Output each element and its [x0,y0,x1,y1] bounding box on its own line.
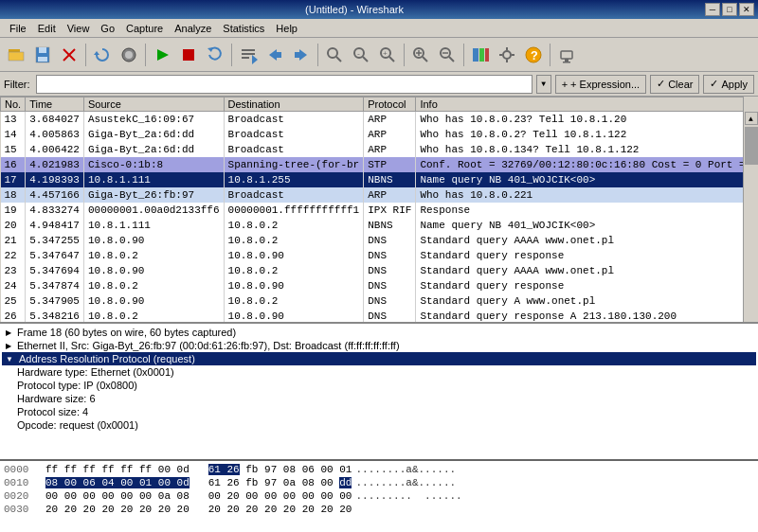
menu-go[interactable]: Go [95,21,120,36]
col-header-no[interactable]: No. [1,98,26,112]
detail-proto-size-row[interactable]: Protocol size: 4 [2,405,756,418]
cell-4: ARP [364,112,416,128]
col-header-time[interactable]: Time [26,98,84,112]
cell-2: 00000001.00a0d2133ff6 [83,203,224,218]
col-header-destination[interactable]: Destination [224,98,364,112]
open-icon[interactable] [4,43,28,67]
svg-point-21 [328,48,337,58]
detail-proto-type-row[interactable]: Protocol type: IP (0x0800) [2,379,756,392]
hex-offset-0000: 0000 [4,463,42,476]
table-row[interactable]: 204.94841710.8.1.11110.8.0.2NBNSName que… [1,218,744,233]
col-header-info[interactable]: Info [416,98,743,112]
preferences-icon[interactable] [495,43,519,67]
ethernet-label: Ethernet II, Src: Giga-Byt_26:fb:97 (00:… [17,340,400,351]
detail-hw-type-row[interactable]: Hardware type: Ethernet (0x0001) [2,365,756,379]
forward-icon[interactable] [289,43,314,67]
detail-hw-size-row[interactable]: Hardware size: 6 [2,392,756,405]
table-row[interactable]: 215.34725510.8.0.9010.8.0.2DNSStandard q… [1,233,744,248]
table-row[interactable]: 184.457166Giga-Byt_26:fb:97BroadcastARPW… [1,187,744,203]
frame-label: Frame 18 (60 bytes on wire, 60 bytes cap… [17,327,236,338]
menu-capture[interactable]: Capture [120,21,169,36]
svg-line-30 [423,57,427,62]
cell-5: Standard query response [416,278,743,293]
cell-3: Broadcast [224,187,364,203]
svg-line-34 [449,57,454,62]
menu-help[interactable]: Help [270,21,303,36]
scrollbar-thumb[interactable] [745,127,758,165]
cell-3: 10.8.0.2 [224,293,364,309]
proto-size-label: Protocol size: 4 [17,406,88,417]
minimize-button[interactable]: ─ [705,3,720,16]
svg-rect-0 [9,49,20,52]
title-bar-buttons: ─ □ ✕ [705,3,754,16]
menu-file[interactable]: File [4,21,32,36]
cell-1: 4.021983 [26,157,84,172]
toolbar-separator-4 [317,44,318,66]
restart-capture-icon[interactable] [203,43,227,67]
cell-2: Giga-Byt_26:fb:97 [83,187,224,203]
cell-4: IPX RIF [364,203,416,218]
table-row[interactable]: 154.006422Giga-Byt_2a:6d:ddBroadcastARPW… [1,142,744,157]
apply-button[interactable]: ✓ Apply [703,75,754,94]
detail-opcode-row[interactable]: Opcode: request (0x0001) [2,418,756,432]
menu-view[interactable]: View [62,21,96,36]
stop-capture-icon[interactable] [176,43,201,67]
menu-edit[interactable]: Edit [32,21,62,36]
svg-rect-4 [38,57,47,62]
cell-1: 4.948417 [26,218,84,233]
cell-0: 18 [1,187,26,203]
cell-3: 10.8.0.2 [224,218,364,233]
svg-point-39 [503,51,511,59]
cell-5: Who has 10.8.0.2? Tell 10.8.1.122 [416,127,743,142]
cell-5: Who has 10.8.0.23? Tell 10.8.1.20 [416,112,743,128]
cell-1: 4.833274 [26,203,84,218]
table-row[interactable]: 265.34821610.8.0.210.8.0.90DNSStandard q… [1,309,744,322]
filter-input[interactable] [36,75,532,94]
back-icon[interactable] [262,43,287,67]
table-row[interactable]: 225.34764710.8.0.210.8.0.90DNSStandard q… [1,248,744,263]
table-row[interactable]: 133.684027AsustekC_16:09:67BroadcastARPW… [1,112,744,128]
zoom-in-icon[interactable] [408,43,433,67]
menu-analyze[interactable]: Analyze [169,21,217,36]
cell-5: Standard query AAAA www.onet.pl [416,233,743,248]
detail-ethernet-row[interactable]: ▶ Ethernet II, Src: Giga-Byt_26:fb:97 (0… [2,339,756,352]
clear-button[interactable]: ✓ Clear [650,75,699,94]
help-icon[interactable]: ? [521,43,546,67]
table-row[interactable]: 245.34787410.8.0.210.8.0.90DNSStandard q… [1,278,744,293]
go-back-in-history-icon[interactable]: - [349,43,373,67]
expression-button[interactable]: + + Expression... [555,75,647,94]
scroll-autoscroll-icon[interactable] [236,43,261,67]
coloring-rules-icon[interactable] [468,43,493,67]
table-row[interactable]: 194.83327400000001.00a0d2133ff600000001.… [1,203,744,218]
save-icon[interactable] [30,43,55,67]
hex-offset-0020: 0020 [4,489,42,503]
maximize-button[interactable]: □ [722,3,737,16]
table-row[interactable]: 235.34769410.8.0.9010.8.0.2DNSStandard q… [1,263,744,278]
go-forward-history-icon[interactable]: + [375,43,400,67]
cell-1: 5.347874 [26,278,84,293]
table-row[interactable]: 144.005863Giga-Byt_2a:6d:ddBroadcastARPW… [1,127,744,142]
col-header-source[interactable]: Source [83,98,224,112]
col-header-protocol[interactable]: Protocol [364,98,416,112]
cell-3: 10.8.0.2 [224,233,364,248]
capture-options-icon[interactable] [117,43,141,67]
cell-1: 5.347647 [26,248,84,263]
detail-frame-row[interactable]: ▶ Frame 18 (60 bytes on wire, 60 bytes c… [2,326,756,339]
table-row[interactable]: 164.021983Cisco-0:1b:8Spanning-tree-(for… [1,157,744,172]
start-capture-icon[interactable] [150,43,174,67]
close-capture-icon[interactable] [57,43,81,67]
table-row[interactable]: 255.34790510.8.0.9010.8.0.2DNSStandard q… [1,293,744,309]
menu-statistics[interactable]: Statistics [217,21,270,36]
scrollbar-up-arrow[interactable]: ▲ [745,112,758,125]
detail-arp-row[interactable]: ▼ Address Resolution Protocol (request) [2,352,756,365]
reload-icon[interactable] [90,43,115,67]
zoom-out-icon[interactable] [435,43,460,67]
svg-rect-46 [561,51,572,59]
packet-list-scrollbar[interactable]: ▲ [743,97,758,322]
find-packet-icon[interactable] [322,43,347,67]
table-row[interactable]: 174.19839310.8.1.11110.8.1.255NBNSName q… [1,172,744,187]
wireless-icon[interactable] [554,43,579,67]
filter-dropdown[interactable]: ▼ [536,75,551,94]
close-button[interactable]: ✕ [739,3,754,16]
clear-checkmark-icon: ✓ [657,78,665,90]
